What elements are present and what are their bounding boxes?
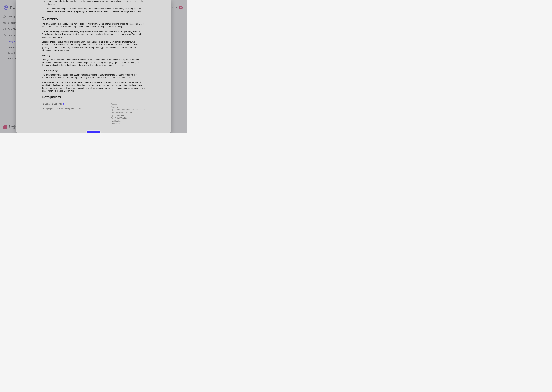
- add-button-label: Add: [93, 132, 97, 133]
- datapoint-icon: [63, 103, 65, 105]
- org-avatar-icon: [3, 126, 7, 129]
- data-mapping-heading: Data Mapping: [42, 69, 145, 72]
- data-mapping-paragraph: The database integration supports a data…: [42, 73, 145, 79]
- datapoint-info: Database Datapoints A single point of da…: [43, 103, 81, 110]
- overview-paragraph: The database integration provides a way …: [42, 22, 145, 28]
- notification-count-badge[interactable]: 54: [179, 6, 183, 9]
- setup-steps-list: Create a datapoint for the data silo und…: [42, 0, 145, 13]
- datapoint-action: Erasure: [111, 106, 145, 109]
- datapoint-action: Access: [111, 103, 145, 106]
- setup-step: Edit the created datapoint with the desi…: [46, 7, 145, 13]
- setup-step: Create a datapoint for the data silo und…: [46, 0, 145, 6]
- overview-heading: Overview: [42, 16, 145, 21]
- datapoint-actions: Access Erasure Opt Out of Automated Deci…: [108, 103, 145, 125]
- datapoints-heading: Datapoints: [42, 95, 145, 99]
- datapoint-action: Communication Opt-Out: [111, 111, 145, 114]
- datapoint-name: Database Datapoints: [43, 103, 62, 105]
- datapoint-description: A single point of data stored in your da…: [43, 107, 81, 110]
- data-mapping-paragraph: When enabled, the plugin scans the datab…: [42, 81, 145, 92]
- bell-icon[interactable]: [174, 6, 177, 9]
- datapoints-section: Database Datapoints A single point of da…: [42, 101, 145, 133]
- add-datapoint-button[interactable]: ＋ Add: [87, 131, 100, 133]
- datapoint-action: Opt Out of Automated Decision-Making: [111, 108, 145, 111]
- hex-icon: [3, 34, 6, 37]
- toggle-icon: [3, 21, 6, 24]
- privacy-heading: Privacy: [42, 54, 145, 57]
- datapoint-action: Opt Out of Sale: [111, 114, 145, 117]
- datapoint-action: Rectification: [111, 120, 145, 123]
- datapoint-action: Opt Out of Tracking: [111, 117, 145, 120]
- plus-icon: ＋: [90, 133, 92, 133]
- datapoint-action: Restriction: [111, 122, 145, 125]
- modal-content: Create a datapoint for the data silo und…: [15, 0, 171, 133]
- privacy-paragraph: Once you have integrated a database with…: [42, 58, 145, 67]
- brand-logo-icon: [4, 6, 8, 10]
- globe-icon: [3, 28, 6, 31]
- datapoint-row: Database Datapoints A single point of da…: [42, 101, 145, 127]
- chat-icon: [3, 15, 6, 18]
- svg-point-3: [4, 22, 5, 23]
- overview-paragraph: The database integration works with Post…: [42, 30, 145, 39]
- overview-paragraph: Because of the sensitive nature of expos…: [42, 41, 145, 52]
- integration-doc-modal: Create a datapoint for the data silo und…: [15, 0, 171, 133]
